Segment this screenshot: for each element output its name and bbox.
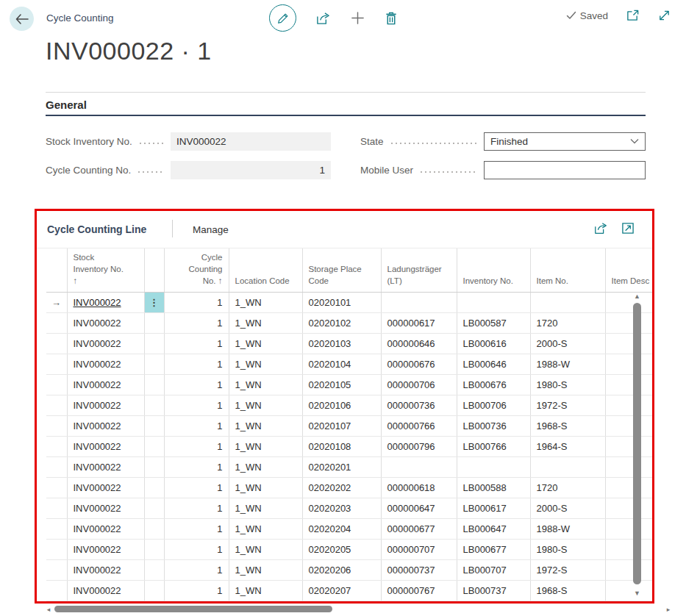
scroll-up-icon[interactable]: ▲: [632, 292, 642, 301]
cell-inventory[interactable]: LB000676: [457, 375, 530, 395]
state-dropdown[interactable]: Finished: [484, 132, 646, 151]
cell-stock[interactable]: INV000022: [67, 395, 144, 416]
cell-inventory[interactable]: [457, 457, 530, 478]
row-menu-cell[interactable]: [144, 540, 164, 560]
cell-desc[interactable]: [605, 498, 654, 519]
cell-location[interactable]: 1_WN: [229, 581, 302, 601]
row-menu-cell[interactable]: [144, 581, 164, 601]
table-row[interactable]: INV00002211_WN02020106000000736LB0007061…: [46, 395, 654, 416]
cell-lt[interactable]: 000000707: [381, 540, 457, 560]
add-button[interactable]: [350, 10, 365, 26]
table-row[interactable]: INV00002211_WN02020107000000766LB0007361…: [46, 416, 654, 437]
cell-storage[interactable]: 02020204: [302, 519, 381, 540]
cell-item[interactable]: 1972-S: [530, 395, 605, 416]
cell-lt[interactable]: 000000767: [381, 581, 457, 601]
cell-storage[interactable]: 02020102: [302, 313, 381, 334]
cell-lt[interactable]: [381, 293, 457, 313]
mobile-user-field[interactable]: [484, 161, 646, 179]
col-header-item[interactable]: Item No.: [530, 248, 605, 293]
cell-desc[interactable]: [605, 457, 654, 478]
cell-desc[interactable]: [605, 293, 654, 313]
cell-inventory[interactable]: LB000766: [457, 437, 530, 457]
cell-item[interactable]: 1980-S: [530, 375, 605, 395]
row-menu-cell[interactable]: [144, 354, 164, 375]
cell-lt[interactable]: 000000676: [381, 354, 457, 375]
cell-item[interactable]: 1972-S: [530, 560, 605, 581]
horizontal-scrollbar[interactable]: ◂ ▸: [44, 604, 673, 614]
cell-cycle[interactable]: 1: [164, 395, 229, 416]
cell-lt[interactable]: 000000796: [381, 437, 457, 457]
cell-stock[interactable]: INV000022: [67, 478, 144, 498]
cell-location[interactable]: 1_WN: [229, 313, 302, 334]
cell-location[interactable]: 1_WN: [229, 540, 302, 560]
table-row[interactable]: →INV000022⋮11_WN02020101: [46, 293, 654, 313]
cell-storage[interactable]: 02020201: [302, 457, 381, 478]
cell-desc[interactable]: [605, 416, 654, 437]
cell-inventory[interactable]: LB000616: [457, 334, 530, 354]
cell-desc[interactable]: [605, 560, 654, 581]
cell-inventory[interactable]: LB000647: [457, 519, 530, 540]
table-row-partial[interactable]: [46, 601, 654, 604]
cell-storage[interactable]: 02020104: [302, 354, 381, 375]
table-row[interactable]: INV00002211_WN02020102000000617LB0005871…: [46, 313, 654, 334]
vertical-scrollbar-thumb[interactable]: [633, 303, 641, 584]
cell-lt[interactable]: 000000617: [381, 313, 457, 334]
row-menu-cell[interactable]: [144, 416, 164, 437]
table-row[interactable]: INV00002211_WN02020201: [46, 457, 654, 478]
cell-lt[interactable]: 000000646: [381, 334, 457, 354]
cell-cycle[interactable]: 1: [164, 560, 229, 581]
table-row[interactable]: INV00002211_WN02020202000000618LB0005881…: [46, 478, 654, 498]
cell-lt[interactable]: 000000737: [381, 560, 457, 581]
cell-empty[interactable]: [164, 601, 229, 604]
cell-cycle[interactable]: 1: [164, 334, 229, 354]
cell-cycle[interactable]: 1: [164, 540, 229, 560]
cell-cycle[interactable]: 1: [164, 478, 229, 498]
cell-cycle[interactable]: 1: [164, 581, 229, 601]
cell-lt[interactable]: 000000677: [381, 519, 457, 540]
cell-storage[interactable]: 02020101: [302, 293, 381, 313]
expand-button[interactable]: [657, 9, 671, 22]
cell-empty[interactable]: [46, 601, 67, 604]
stock-inventory-link[interactable]: INV000022: [74, 297, 121, 308]
cell-empty[interactable]: [302, 601, 381, 604]
cycle-counting-no-field[interactable]: 1: [171, 161, 331, 179]
cell-lt[interactable]: 000000766: [381, 416, 457, 437]
row-menu-cell[interactable]: ⋮: [144, 293, 164, 313]
col-header-inventory[interactable]: Inventory No.: [457, 248, 530, 293]
cell-storage[interactable]: 02020202: [302, 478, 381, 498]
cell-item[interactable]: [530, 293, 605, 313]
cell-lt[interactable]: 000000706: [381, 375, 457, 395]
cell-inventory[interactable]: LB000646: [457, 354, 530, 375]
cell-location[interactable]: 1_WN: [229, 334, 302, 354]
col-header-desc[interactable]: Item Desc: [605, 248, 654, 293]
cell-storage[interactable]: 02020207: [302, 581, 381, 601]
horizontal-scrollbar-thumb[interactable]: [54, 606, 332, 612]
cell-stock[interactable]: INV000022: [67, 334, 144, 354]
cell-cycle[interactable]: 1: [164, 457, 229, 478]
row-menu-cell[interactable]: [144, 313, 164, 334]
cell-location[interactable]: 1_WN: [229, 375, 302, 395]
cell-storage[interactable]: 02020103: [302, 334, 381, 354]
row-menu-cell[interactable]: [144, 375, 164, 395]
table-row[interactable]: INV00002211_WN02020104000000676LB0006461…: [46, 354, 654, 375]
cell-stock[interactable]: INV000022: [67, 416, 144, 437]
cell-empty[interactable]: [67, 601, 144, 604]
cell-item[interactable]: 1980-S: [530, 540, 605, 560]
cell-stock[interactable]: INV000022: [67, 519, 144, 540]
cell-inventory[interactable]: LB000588: [457, 478, 530, 498]
share-button[interactable]: [315, 11, 331, 26]
cell-storage[interactable]: 02020203: [302, 498, 381, 519]
cell-inventory[interactable]: LB000736: [457, 416, 530, 437]
table-row[interactable]: INV00002211_WN02020205000000707LB0006771…: [46, 540, 654, 560]
cell-stock[interactable]: INV000022: [67, 437, 144, 457]
delete-button[interactable]: [385, 11, 398, 26]
cell-cycle[interactable]: 1: [164, 519, 229, 540]
cell-stock[interactable]: INV000022: [67, 457, 144, 478]
cell-stock[interactable]: INV000022: [67, 540, 144, 560]
cell-desc[interactable]: [605, 437, 654, 457]
cell-storage[interactable]: 02020106: [302, 395, 381, 416]
cell-desc[interactable]: [605, 375, 654, 395]
manage-menu[interactable]: Manage: [193, 224, 229, 235]
cell-empty[interactable]: [144, 601, 164, 604]
cell-inventory[interactable]: LB000677: [457, 540, 530, 560]
